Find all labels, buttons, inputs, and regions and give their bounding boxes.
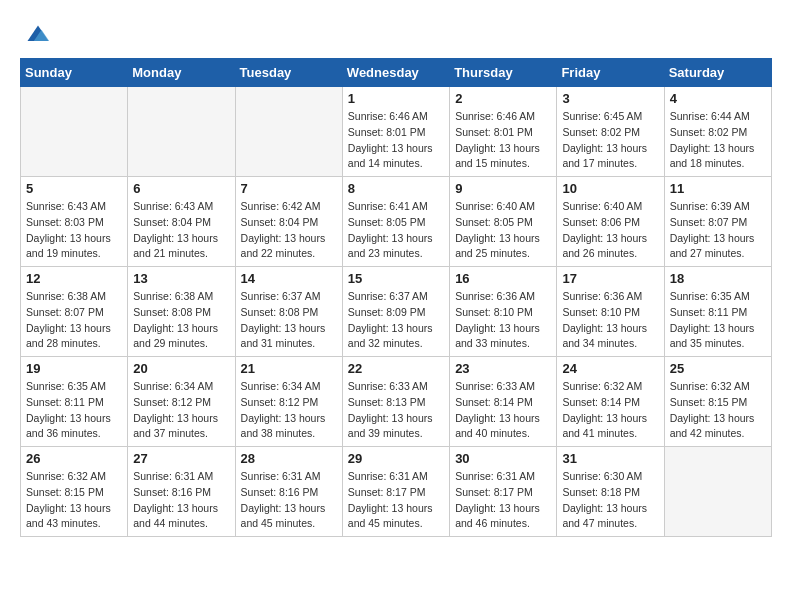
day-info: Sunrise: 6:30 AMSunset: 8:18 PMDaylight:… bbox=[562, 469, 658, 532]
day-number: 9 bbox=[455, 181, 551, 196]
calendar-cell: 23Sunrise: 6:33 AMSunset: 8:14 PMDayligh… bbox=[450, 357, 557, 447]
day-info: Sunrise: 6:42 AMSunset: 8:04 PMDaylight:… bbox=[241, 199, 337, 262]
day-number: 22 bbox=[348, 361, 444, 376]
calendar-cell: 10Sunrise: 6:40 AMSunset: 8:06 PMDayligh… bbox=[557, 177, 664, 267]
day-info: Sunrise: 6:31 AMSunset: 8:16 PMDaylight:… bbox=[133, 469, 229, 532]
day-number: 28 bbox=[241, 451, 337, 466]
day-info: Sunrise: 6:40 AMSunset: 8:05 PMDaylight:… bbox=[455, 199, 551, 262]
day-number: 5 bbox=[26, 181, 122, 196]
weekday-header: Saturday bbox=[664, 59, 771, 87]
day-info: Sunrise: 6:37 AMSunset: 8:09 PMDaylight:… bbox=[348, 289, 444, 352]
calendar-cell: 24Sunrise: 6:32 AMSunset: 8:14 PMDayligh… bbox=[557, 357, 664, 447]
calendar-cell bbox=[664, 447, 771, 537]
calendar-cell: 19Sunrise: 6:35 AMSunset: 8:11 PMDayligh… bbox=[21, 357, 128, 447]
day-number: 15 bbox=[348, 271, 444, 286]
day-info: Sunrise: 6:31 AMSunset: 8:16 PMDaylight:… bbox=[241, 469, 337, 532]
calendar-week-row: 19Sunrise: 6:35 AMSunset: 8:11 PMDayligh… bbox=[21, 357, 772, 447]
calendar-week-row: 26Sunrise: 6:32 AMSunset: 8:15 PMDayligh… bbox=[21, 447, 772, 537]
calendar-cell: 7Sunrise: 6:42 AMSunset: 8:04 PMDaylight… bbox=[235, 177, 342, 267]
day-number: 16 bbox=[455, 271, 551, 286]
day-info: Sunrise: 6:43 AMSunset: 8:03 PMDaylight:… bbox=[26, 199, 122, 262]
day-info: Sunrise: 6:31 AMSunset: 8:17 PMDaylight:… bbox=[348, 469, 444, 532]
calendar-cell: 27Sunrise: 6:31 AMSunset: 8:16 PMDayligh… bbox=[128, 447, 235, 537]
calendar-cell: 6Sunrise: 6:43 AMSunset: 8:04 PMDaylight… bbox=[128, 177, 235, 267]
day-info: Sunrise: 6:32 AMSunset: 8:14 PMDaylight:… bbox=[562, 379, 658, 442]
weekday-header: Monday bbox=[128, 59, 235, 87]
day-number: 12 bbox=[26, 271, 122, 286]
day-number: 26 bbox=[26, 451, 122, 466]
day-number: 1 bbox=[348, 91, 444, 106]
calendar-cell: 1Sunrise: 6:46 AMSunset: 8:01 PMDaylight… bbox=[342, 87, 449, 177]
weekday-header: Wednesday bbox=[342, 59, 449, 87]
calendar-cell: 22Sunrise: 6:33 AMSunset: 8:13 PMDayligh… bbox=[342, 357, 449, 447]
calendar-cell: 8Sunrise: 6:41 AMSunset: 8:05 PMDaylight… bbox=[342, 177, 449, 267]
day-number: 3 bbox=[562, 91, 658, 106]
day-info: Sunrise: 6:46 AMSunset: 8:01 PMDaylight:… bbox=[455, 109, 551, 172]
calendar-cell bbox=[128, 87, 235, 177]
day-info: Sunrise: 6:34 AMSunset: 8:12 PMDaylight:… bbox=[133, 379, 229, 442]
logo bbox=[20, 20, 52, 48]
day-number: 17 bbox=[562, 271, 658, 286]
day-info: Sunrise: 6:39 AMSunset: 8:07 PMDaylight:… bbox=[670, 199, 766, 262]
calendar-cell: 2Sunrise: 6:46 AMSunset: 8:01 PMDaylight… bbox=[450, 87, 557, 177]
calendar-cell: 20Sunrise: 6:34 AMSunset: 8:12 PMDayligh… bbox=[128, 357, 235, 447]
calendar-week-row: 12Sunrise: 6:38 AMSunset: 8:07 PMDayligh… bbox=[21, 267, 772, 357]
weekday-header: Thursday bbox=[450, 59, 557, 87]
day-number: 27 bbox=[133, 451, 229, 466]
day-number: 25 bbox=[670, 361, 766, 376]
calendar-cell: 28Sunrise: 6:31 AMSunset: 8:16 PMDayligh… bbox=[235, 447, 342, 537]
weekday-header: Friday bbox=[557, 59, 664, 87]
day-number: 8 bbox=[348, 181, 444, 196]
calendar-cell: 14Sunrise: 6:37 AMSunset: 8:08 PMDayligh… bbox=[235, 267, 342, 357]
day-number: 10 bbox=[562, 181, 658, 196]
day-info: Sunrise: 6:36 AMSunset: 8:10 PMDaylight:… bbox=[455, 289, 551, 352]
calendar-cell: 13Sunrise: 6:38 AMSunset: 8:08 PMDayligh… bbox=[128, 267, 235, 357]
day-info: Sunrise: 6:41 AMSunset: 8:05 PMDaylight:… bbox=[348, 199, 444, 262]
calendar-week-row: 5Sunrise: 6:43 AMSunset: 8:03 PMDaylight… bbox=[21, 177, 772, 267]
calendar-cell: 11Sunrise: 6:39 AMSunset: 8:07 PMDayligh… bbox=[664, 177, 771, 267]
calendar-cell: 16Sunrise: 6:36 AMSunset: 8:10 PMDayligh… bbox=[450, 267, 557, 357]
day-number: 24 bbox=[562, 361, 658, 376]
day-info: Sunrise: 6:37 AMSunset: 8:08 PMDaylight:… bbox=[241, 289, 337, 352]
day-number: 30 bbox=[455, 451, 551, 466]
day-number: 29 bbox=[348, 451, 444, 466]
day-info: Sunrise: 6:33 AMSunset: 8:14 PMDaylight:… bbox=[455, 379, 551, 442]
day-number: 13 bbox=[133, 271, 229, 286]
calendar-cell: 30Sunrise: 6:31 AMSunset: 8:17 PMDayligh… bbox=[450, 447, 557, 537]
day-number: 11 bbox=[670, 181, 766, 196]
calendar-cell: 21Sunrise: 6:34 AMSunset: 8:12 PMDayligh… bbox=[235, 357, 342, 447]
weekday-header: Sunday bbox=[21, 59, 128, 87]
day-info: Sunrise: 6:33 AMSunset: 8:13 PMDaylight:… bbox=[348, 379, 444, 442]
day-info: Sunrise: 6:46 AMSunset: 8:01 PMDaylight:… bbox=[348, 109, 444, 172]
calendar-cell: 4Sunrise: 6:44 AMSunset: 8:02 PMDaylight… bbox=[664, 87, 771, 177]
calendar-cell: 15Sunrise: 6:37 AMSunset: 8:09 PMDayligh… bbox=[342, 267, 449, 357]
calendar-cell: 31Sunrise: 6:30 AMSunset: 8:18 PMDayligh… bbox=[557, 447, 664, 537]
day-number: 20 bbox=[133, 361, 229, 376]
day-info: Sunrise: 6:32 AMSunset: 8:15 PMDaylight:… bbox=[26, 469, 122, 532]
calendar-week-row: 1Sunrise: 6:46 AMSunset: 8:01 PMDaylight… bbox=[21, 87, 772, 177]
day-number: 2 bbox=[455, 91, 551, 106]
header bbox=[20, 20, 772, 48]
calendar-cell: 17Sunrise: 6:36 AMSunset: 8:10 PMDayligh… bbox=[557, 267, 664, 357]
day-number: 6 bbox=[133, 181, 229, 196]
day-info: Sunrise: 6:35 AMSunset: 8:11 PMDaylight:… bbox=[670, 289, 766, 352]
logo-icon bbox=[24, 20, 52, 48]
day-number: 14 bbox=[241, 271, 337, 286]
calendar-cell bbox=[21, 87, 128, 177]
calendar-cell: 9Sunrise: 6:40 AMSunset: 8:05 PMDaylight… bbox=[450, 177, 557, 267]
calendar-cell: 12Sunrise: 6:38 AMSunset: 8:07 PMDayligh… bbox=[21, 267, 128, 357]
day-number: 21 bbox=[241, 361, 337, 376]
day-number: 19 bbox=[26, 361, 122, 376]
calendar-cell bbox=[235, 87, 342, 177]
day-info: Sunrise: 6:44 AMSunset: 8:02 PMDaylight:… bbox=[670, 109, 766, 172]
day-info: Sunrise: 6:40 AMSunset: 8:06 PMDaylight:… bbox=[562, 199, 658, 262]
day-info: Sunrise: 6:38 AMSunset: 8:07 PMDaylight:… bbox=[26, 289, 122, 352]
calendar-table: SundayMondayTuesdayWednesdayThursdayFrid… bbox=[20, 58, 772, 537]
day-info: Sunrise: 6:34 AMSunset: 8:12 PMDaylight:… bbox=[241, 379, 337, 442]
day-info: Sunrise: 6:45 AMSunset: 8:02 PMDaylight:… bbox=[562, 109, 658, 172]
day-number: 31 bbox=[562, 451, 658, 466]
day-info: Sunrise: 6:38 AMSunset: 8:08 PMDaylight:… bbox=[133, 289, 229, 352]
calendar-cell: 18Sunrise: 6:35 AMSunset: 8:11 PMDayligh… bbox=[664, 267, 771, 357]
day-number: 23 bbox=[455, 361, 551, 376]
day-info: Sunrise: 6:43 AMSunset: 8:04 PMDaylight:… bbox=[133, 199, 229, 262]
